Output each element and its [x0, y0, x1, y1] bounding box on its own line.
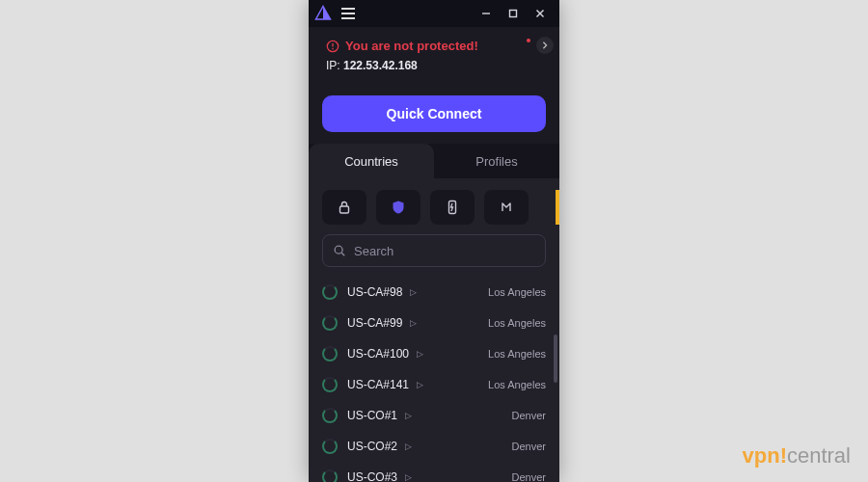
expand-icon[interactable]: ▷ [417, 349, 423, 359]
expand-icon[interactable]: ▷ [417, 380, 423, 389]
load-ring-icon [322, 284, 338, 300]
search-icon [333, 244, 346, 257]
load-ring-icon [322, 315, 338, 331]
server-city: Denver [512, 441, 546, 452]
speed-icon [445, 200, 460, 215]
svg-point-9 [335, 246, 342, 254]
server-name: US-CO#3 [347, 470, 397, 482]
titlebar [309, 0, 559, 27]
load-ring-icon [322, 439, 338, 454]
svg-line-10 [341, 253, 344, 255]
server-city: Denver [512, 471, 546, 482]
server-row[interactable]: US-CA#100▷Los Angeles [322, 338, 554, 369]
tab-profiles[interactable]: Profiles [434, 144, 559, 178]
quick-connect-button[interactable]: Quick Connect [322, 95, 546, 132]
feature-tor[interactable] [484, 190, 529, 225]
server-row[interactable]: US-CO#2▷Denver [322, 431, 554, 462]
load-ring-icon [322, 377, 338, 392]
watermark-part-a: vpn [743, 443, 780, 468]
ip-label: IP: [326, 59, 343, 72]
server-city: Los Angeles [488, 317, 546, 329]
search-wrap [309, 234, 559, 277]
maximize-button[interactable] [500, 0, 527, 27]
server-city: Los Angeles [488, 379, 546, 390]
load-ring-icon [322, 346, 338, 362]
server-row[interactable]: US-CA#99▷Los Angeles [322, 308, 554, 338]
server-city: Los Angeles [488, 286, 546, 298]
shield-icon [391, 200, 406, 215]
svg-rect-1 [510, 11, 517, 17]
lock-icon [337, 200, 352, 215]
expand-icon[interactable]: ▷ [405, 442, 412, 451]
chevron-right-icon[interactable] [536, 37, 554, 54]
vpn-app-window: You are not protected! IP: 122.53.42.168… [309, 0, 559, 482]
minimize-button[interactable] [473, 0, 500, 27]
expand-icon[interactable]: ▷ [410, 287, 417, 297]
server-list[interactable]: US-CA#98▷Los AngelesUS-CA#99▷Los Angeles… [309, 277, 559, 482]
server-city: Denver [512, 410, 546, 421]
server-name: US-CO#1 [347, 409, 397, 422]
feature-netshield[interactable] [376, 190, 420, 225]
feature-secure-core[interactable] [322, 190, 366, 225]
upgrade-strip-icon [556, 190, 559, 225]
hop-icon [499, 200, 514, 215]
panel: US-CA#98▷Los AngelesUS-CA#99▷Los Angeles… [309, 178, 559, 482]
quick-connect-wrap: Quick Connect [309, 78, 559, 144]
tab-countries[interactable]: Countries [309, 144, 434, 178]
expand-icon[interactable]: ▷ [410, 318, 417, 328]
status-text: You are not protected! [345, 39, 478, 53]
server-name: US-CA#100 [347, 347, 409, 361]
server-name: US-CO#2 [347, 440, 397, 453]
expand-icon[interactable]: ▷ [405, 411, 412, 420]
svg-point-6 [332, 47, 334, 49]
window-controls [473, 0, 554, 27]
load-ring-icon [322, 469, 338, 482]
server-name: US-CA#141 [347, 378, 409, 391]
search-field[interactable] [322, 234, 546, 267]
watermark-part-b: ! [780, 443, 787, 468]
menu-icon[interactable] [341, 8, 355, 19]
watermark-part-c: central [787, 443, 851, 468]
status-area: You are not protected! IP: 122.53.42.168 [309, 27, 559, 78]
tabs: Countries Profiles [309, 144, 559, 178]
watermark: vpn!central [743, 443, 852, 469]
server-name: US-CA#99 [347, 316, 402, 330]
server-city: Los Angeles [488, 348, 546, 360]
expand-icon[interactable]: ▷ [405, 472, 412, 482]
server-row[interactable]: US-CA#141▷Los Angeles [322, 369, 554, 400]
svg-rect-7 [340, 206, 349, 213]
feature-p2p[interactable] [430, 190, 475, 225]
notification-dot-icon [527, 39, 530, 42]
close-button[interactable] [527, 0, 554, 27]
scrollbar-thumb[interactable] [554, 335, 557, 383]
server-row[interactable]: US-CO#3▷Denver [322, 462, 554, 482]
feature-row [309, 178, 559, 234]
search-input[interactable] [354, 244, 535, 258]
load-ring-icon [322, 408, 338, 423]
server-row[interactable]: US-CO#1▷Denver [322, 400, 554, 431]
server-row[interactable]: US-CA#98▷Los Angeles [322, 277, 554, 308]
protection-status: You are not protected! [326, 39, 542, 53]
app-logo-icon [314, 5, 332, 22]
ip-value: 122.53.42.168 [343, 59, 418, 72]
alert-icon [326, 40, 339, 53]
server-name: US-CA#98 [347, 285, 402, 299]
ip-row: IP: 122.53.42.168 [326, 59, 542, 72]
